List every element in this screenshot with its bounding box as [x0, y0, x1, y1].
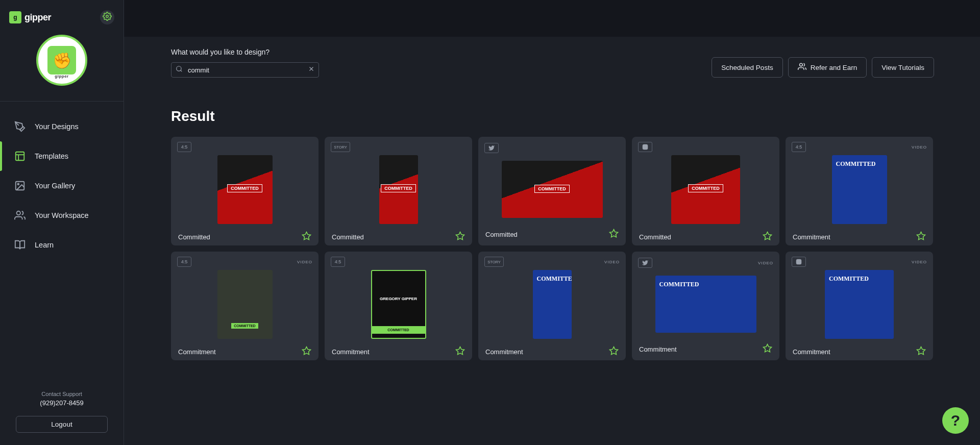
sidebar: g gipper ✊ gipper Your DesignsTemplatesY… — [0, 0, 124, 445]
favorite-button[interactable] — [455, 346, 465, 358]
video-badge: VIDEO — [297, 260, 312, 264]
brush-icon — [14, 121, 26, 132]
avatar[interactable]: ✊ gipper — [36, 35, 87, 86]
template-card[interactable]: VIDEOCommitment — [786, 252, 933, 360]
gear-icon — [103, 12, 112, 23]
svg-marker-12 — [303, 232, 311, 240]
instagram-icon — [638, 142, 652, 152]
avatar-caption: gipper — [55, 74, 68, 79]
template-card[interactable]: Committed — [632, 137, 779, 245]
sidebar-item-your-designs[interactable]: Your Designs — [0, 112, 124, 141]
card-title: Commitment — [485, 348, 523, 356]
template-card[interactable]: 4:5Commitment — [325, 252, 472, 360]
favorite-button[interactable] — [609, 229, 619, 240]
template-card[interactable]: 4:5Committed — [171, 137, 318, 245]
users-icon — [14, 210, 26, 221]
scheduled-posts-button[interactable]: Scheduled Posts — [712, 57, 782, 78]
image-icon — [14, 180, 26, 191]
svg-marker-20 — [456, 347, 464, 355]
ratio-badge: 4:5 — [331, 257, 345, 267]
favorite-button[interactable] — [763, 231, 772, 243]
ratio-badge: STORY — [331, 142, 350, 152]
template-card[interactable]: VIDEOCommitment — [632, 252, 779, 360]
template-card[interactable]: 4:5VIDEOCommitment — [171, 252, 318, 360]
svg-rect-1 — [16, 152, 24, 161]
svg-point-6 — [17, 211, 20, 215]
video-badge: VIDEO — [604, 260, 620, 264]
template-thumbnail — [217, 155, 273, 224]
svg-marker-21 — [610, 347, 618, 355]
template-card[interactable]: STORYCommitted — [325, 137, 472, 245]
help-fab[interactable]: ? — [942, 407, 969, 434]
sidebar-item-your-gallery[interactable]: Your Gallery — [0, 171, 124, 201]
sidebar-item-learn[interactable]: Learn — [0, 230, 124, 260]
favorite-button[interactable] — [916, 346, 926, 358]
favorite-button[interactable] — [302, 231, 311, 243]
card-title: Commitment — [178, 348, 216, 356]
nav-label: Your Designs — [35, 122, 79, 131]
favorite-button[interactable] — [916, 231, 926, 243]
logout-button[interactable]: Logout — [16, 416, 108, 433]
ratio-badge: 4:5 — [177, 142, 191, 152]
nav: Your DesignsTemplatesYour GalleryYour Wo… — [0, 102, 124, 270]
template-thumbnail — [655, 276, 756, 333]
template-thumbnail — [371, 270, 426, 339]
ratio-badge: STORY — [484, 257, 504, 267]
svg-line-8 — [181, 70, 182, 72]
card-title: Committed — [178, 233, 210, 241]
search-icon — [176, 65, 183, 75]
favorite-button[interactable] — [763, 343, 772, 355]
favorite-button[interactable] — [609, 346, 619, 358]
users-icon — [798, 62, 806, 72]
svg-marker-22 — [764, 344, 772, 352]
template-card[interactable]: 4:5VIDEOCommitment — [786, 137, 933, 245]
card-title: Committed — [332, 233, 364, 241]
twitter-icon — [484, 143, 499, 153]
scheduled-label: Scheduled Posts — [721, 64, 773, 71]
avatar-glyph: ✊ — [47, 46, 76, 75]
template-thumbnail — [671, 155, 740, 224]
brand-name: gipper — [24, 12, 51, 23]
svg-marker-25 — [917, 347, 925, 355]
support-phone: (929)207-8459 — [0, 399, 124, 407]
svg-marker-17 — [764, 232, 772, 240]
main: What would you like to design? Scheduled… — [124, 0, 980, 445]
template-card[interactable]: STORYVIDEOCommitment — [478, 252, 626, 360]
result-heading: Result — [171, 108, 933, 125]
layout-icon — [14, 151, 26, 162]
card-title: Committed — [639, 233, 671, 241]
template-card[interactable]: Committed — [478, 137, 626, 245]
settings-button[interactable] — [100, 10, 114, 24]
brand-logo[interactable]: g gipper — [9, 11, 51, 23]
template-grid: 4:5CommittedSTORYCommittedCommittedCommi… — [171, 137, 933, 360]
template-thumbnail — [379, 155, 418, 224]
card-title: Commitment — [793, 348, 830, 356]
clear-icon[interactable] — [308, 65, 315, 75]
search-input[interactable] — [171, 62, 319, 78]
favorite-button[interactable] — [302, 346, 311, 358]
card-title: Commitment — [639, 345, 677, 353]
instagram-icon — [792, 257, 806, 267]
svg-marker-13 — [456, 232, 464, 240]
nav-label: Learn — [35, 241, 54, 249]
svg-marker-14 — [610, 230, 618, 237]
card-title: Committed — [485, 231, 518, 238]
refer-label: Refer and Earn — [811, 64, 857, 71]
sidebar-item-your-workspace[interactable]: Your Workspace — [0, 201, 124, 230]
card-title: Commitment — [793, 233, 830, 241]
svg-point-5 — [17, 183, 19, 185]
svg-marker-19 — [303, 347, 311, 355]
video-badge: VIDEO — [758, 261, 773, 265]
template-thumbnail — [502, 161, 603, 218]
sidebar-item-templates[interactable]: Templates — [0, 141, 124, 171]
template-thumbnail — [825, 270, 894, 339]
nav-label: Your Workspace — [35, 211, 89, 219]
search-title: What would you like to design? — [171, 48, 319, 56]
ratio-badge: 4:5 — [792, 142, 806, 152]
refer-earn-button[interactable]: Refer and Earn — [788, 57, 867, 78]
svg-marker-18 — [917, 232, 925, 240]
favorite-button[interactable] — [455, 231, 465, 243]
nav-label: Your Gallery — [35, 182, 75, 190]
view-tutorials-button[interactable]: View Tutorials — [872, 57, 934, 78]
card-title: Commitment — [332, 348, 370, 356]
